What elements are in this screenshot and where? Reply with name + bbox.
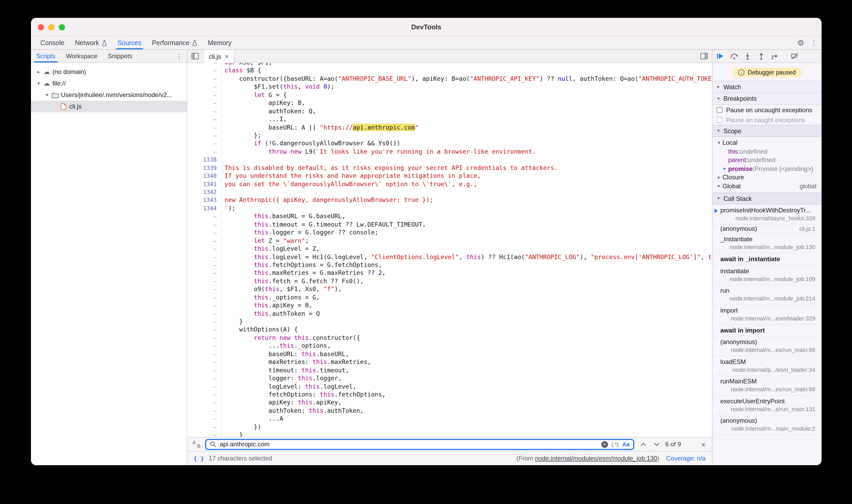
step-over-button[interactable] [730, 52, 738, 60]
scope-prop-promise[interactable]: ▸promise: Promise {<pending>} [712, 164, 821, 173]
call-stack-frame[interactable]: (anonymous)node:internal/m...es/run_main… [712, 337, 821, 356]
scope-group-global[interactable]: ▸Globalglobal [712, 182, 821, 191]
line-number[interactable]: 1340 [187, 172, 222, 180]
chevron-down-icon[interactable]: ▾ [715, 96, 721, 101]
scope-group-local[interactable]: ▾Local [712, 139, 821, 147]
code-line[interactable]: – let Z = "warn"; [187, 237, 712, 245]
code-line[interactable]: – authToken: Q, [187, 107, 712, 115]
code-editor[interactable]: –var Xs0, $F1,–class $B {– constructor({… [187, 63, 712, 437]
navigator-more-icon[interactable]: ⋮ [176, 52, 182, 60]
line-number[interactable]: 1344 [187, 204, 222, 213]
tab-console[interactable]: Console [35, 36, 70, 49]
code-line[interactable]: – } [187, 431, 712, 437]
call-stack-frame[interactable]: (anonymous)node:internal/m...main_module… [712, 415, 821, 435]
code-line[interactable]: – baseURL: this.baseURL, [187, 350, 712, 358]
code-line[interactable]: – baseURL: A || "https://api.anthropic.c… [187, 124, 712, 132]
checkbox[interactable] [717, 107, 723, 113]
previous-match-button[interactable] [639, 443, 647, 446]
clear-search-icon[interactable]: × [601, 441, 608, 448]
line-number[interactable]: – [187, 83, 222, 91]
code-line[interactable]: – maxRetries: this.maxRetries, [187, 358, 712, 366]
more-options-icon[interactable]: ⋮ [811, 39, 817, 46]
code-line[interactable]: – logger: this.logger, [187, 375, 712, 383]
line-number[interactable]: – [187, 75, 222, 83]
code-line[interactable]: 1341you can set the \`dangerouslyAllowBr… [187, 180, 712, 188]
code-line[interactable]: – this.maxRetries = G.maxRetries ?? 2, [187, 269, 712, 277]
line-number[interactable]: – [187, 310, 222, 318]
next-match-button[interactable] [652, 443, 660, 446]
call-stack-frame[interactable]: (anonymous)cli.js:1 [712, 224, 821, 234]
line-number[interactable]: – [187, 423, 222, 431]
source-origin-link[interactable]: node:internal/modules/esm/module_job:130 [535, 455, 657, 462]
line-number[interactable]: 1343 [187, 196, 222, 204]
tree-item-cli-js[interactable]: cli.js [31, 101, 187, 112]
code-line[interactable]: – o9(this, $F1, Xs0, "f"), [187, 286, 712, 294]
close-search-icon[interactable]: × [701, 440, 706, 448]
close-window-button[interactable] [38, 24, 44, 30]
line-number[interactable]: – [187, 415, 222, 423]
line-number[interactable]: – [187, 366, 222, 375]
toggle-debugger-sidebar-icon[interactable] [696, 50, 712, 62]
code-line[interactable]: –class $B { [187, 67, 712, 75]
call-stack-frame[interactable]: loadESMnode:internal/p.../esm_loader:34 [712, 356, 821, 376]
line-number[interactable]: 1339 [187, 164, 222, 172]
line-number[interactable]: – [187, 63, 222, 67]
line-number[interactable]: – [187, 431, 222, 437]
navigator-tab-workspace[interactable]: Workspace [60, 50, 103, 62]
code-line[interactable]: 1343new Anthropic({ apiKey, dangerouslyA… [187, 196, 712, 204]
tab-sources[interactable]: Sources [112, 36, 147, 49]
chevron-down-icon[interactable]: ▾ [715, 141, 723, 145]
chevron-down-icon[interactable]: ▾ [43, 93, 50, 97]
call-stack-section-header[interactable]: ▾ Call Stack [712, 193, 821, 204]
code-line[interactable]: – throw new L9(`It looks like you're run… [187, 148, 712, 156]
line-number[interactable]: – [187, 391, 222, 399]
titlebar[interactable]: DevTools [31, 18, 821, 36]
tab-memory[interactable]: Memory [202, 36, 236, 49]
tab-network[interactable]: Network [70, 36, 112, 49]
line-number[interactable]: – [187, 350, 222, 358]
code-line[interactable]: – if (!G.dangerouslyAllowBrowser && Ys0(… [187, 140, 712, 148]
call-stack-frame[interactable]: importnode:internal/m...esm/loader:329 [712, 305, 821, 324]
line-number[interactable]: – [187, 132, 222, 140]
code-line[interactable]: 1340If you understand the risks and have… [187, 172, 712, 180]
watch-section-header[interactable]: ▸ Watch [712, 81, 821, 93]
code-line[interactable]: 1339This is disabled by default, as it r… [187, 164, 712, 172]
chevron-down-icon[interactable]: ▾ [715, 128, 721, 133]
code-line[interactable]: – this.logLevel = Z, [187, 245, 712, 253]
line-number[interactable]: – [187, 293, 222, 302]
navigator-tab-snippets[interactable]: Snippets [103, 50, 138, 62]
code-line[interactable]: – withOptions(A) { [187, 326, 712, 334]
code-line[interactable]: – this.baseURL = G.baseURL, [187, 213, 712, 221]
chevron-right-icon[interactable]: ▸ [721, 166, 728, 171]
code-line[interactable]: – this.logLevel = Hc1(G.logLevel, "Clien… [187, 253, 712, 261]
line-number[interactable]: – [187, 383, 222, 391]
line-number[interactable]: – [187, 318, 222, 326]
navigator-tab-scripts[interactable]: Scripts [31, 50, 60, 62]
code-line[interactable]: – let G = { [187, 91, 712, 100]
code-line[interactable]: – logLevel: this.logLevel, [187, 383, 712, 391]
toggle-navigator-icon[interactable] [187, 50, 203, 62]
code-line[interactable]: – this.fetchOptions = G.fetchOptions, [187, 261, 712, 269]
chevron-right-icon[interactable]: ▸ [715, 85, 721, 89]
code-line[interactable]: – } [187, 318, 712, 326]
tree-item-file-[interactable]: ▾☁file:// [31, 78, 187, 89]
line-number[interactable]: – [187, 213, 222, 221]
line-number[interactable]: – [187, 67, 222, 75]
line-number[interactable]: – [187, 237, 222, 245]
breakpoint-option[interactable]: Pause on uncaught exceptions [712, 105, 821, 115]
coverage-link[interactable]: Coverage: n/a [666, 455, 706, 462]
code-line[interactable]: – return new this.constructor({ [187, 334, 712, 342]
breakpoint-option[interactable]: Pause on caught exceptions [712, 115, 821, 125]
code-line[interactable]: – this.authToken = Q [187, 310, 712, 318]
line-number[interactable]: – [187, 91, 222, 100]
match-case-toggle[interactable]: Aa [622, 441, 629, 447]
call-stack-frame[interactable]: _instantiatenode:internal/m...module_job… [712, 234, 821, 253]
close-tab-icon[interactable]: × [225, 53, 229, 60]
code-line[interactable]: – fetchOptions: this.fetchOptions, [187, 391, 712, 399]
line-number[interactable]: – [187, 286, 222, 294]
scope-group-closure[interactable]: ▸Closure [712, 173, 821, 182]
editor-tab-cli-js[interactable]: cli.js × [203, 50, 234, 63]
code-line[interactable]: – this.apiKey = B, [187, 302, 712, 310]
line-number[interactable]: – [187, 107, 222, 115]
code-line[interactable]: – ...A [187, 415, 712, 423]
